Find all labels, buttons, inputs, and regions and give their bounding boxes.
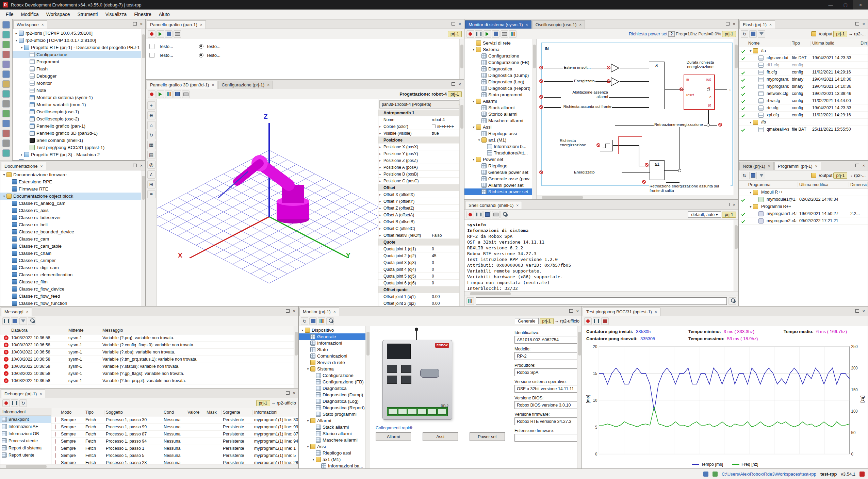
tree-item[interactable]: ▾Power set bbox=[464, 156, 532, 163]
tab-close-icon[interactable] bbox=[579, 22, 582, 27]
tree-item[interactable]: Configurazione (FB) bbox=[464, 59, 532, 66]
tab-close-icon[interactable] bbox=[815, 164, 818, 169]
radio-button[interactable] bbox=[199, 44, 203, 49]
table-header[interactable]: ModoTipoSoggettoCondValoreMaskSorgenteIn… bbox=[51, 408, 298, 416]
search-icon[interactable] bbox=[28, 317, 35, 325]
/fb[interactable]: ▾/fb bbox=[739, 119, 868, 126]
quick-link-button[interactable]: Allarmi bbox=[376, 432, 411, 441]
property-row[interactable]: ▸ Offset Z (offsetZ) bbox=[378, 205, 459, 212]
tree-item[interactable]: ▾Assi bbox=[299, 443, 365, 450]
panel-float-icon[interactable] bbox=[133, 22, 137, 26]
tree-item[interactable]: Diagnostica (Report) bbox=[299, 404, 365, 411]
tree-item[interactable]: Informazioni bbox=[299, 340, 365, 346]
dock-tool-icon[interactable] bbox=[2, 139, 10, 147]
save-icon[interactable] bbox=[11, 317, 18, 325]
scrollbar[interactable] bbox=[532, 39, 536, 199]
panel-close-icon[interactable] bbox=[140, 21, 143, 27]
3d-viewport[interactable]: X Y Z bbox=[157, 99, 378, 306]
properties-target-combo[interactable]: pan3d-1:robot-4 (Proprietà)▾ bbox=[379, 100, 463, 109]
tree-item[interactable]: Configurazione bbox=[13, 51, 141, 58]
shell-output[interactable]: sysinfoInformazioni di sistemaRP-2 da Ro… bbox=[464, 220, 734, 291]
dock-tool-icon[interactable] bbox=[2, 70, 10, 78]
filter-icon[interactable] bbox=[758, 172, 765, 179]
tree-item[interactable]: Diagnostica bbox=[464, 66, 532, 72]
refresh-icon[interactable]: ↻ bbox=[741, 172, 748, 179]
workspace-path[interactable]: C:\Users\Alex\Robox\Rde3\Workspaces\test… bbox=[722, 472, 816, 477]
tree-item[interactable]: Debugger bbox=[13, 72, 141, 80]
tree-item[interactable]: Pannello grafico (pan-1) bbox=[13, 122, 141, 130]
tree-item[interactable]: Generale bbox=[299, 333, 365, 340]
panel-close-icon[interactable] bbox=[862, 21, 865, 27]
tree-item[interactable]: Trasduttore/Att... bbox=[464, 150, 532, 156]
tree-item[interactable]: Programmi bbox=[13, 58, 141, 65]
panel-float-icon[interactable] bbox=[726, 203, 730, 206]
tab-close-icon[interactable] bbox=[200, 22, 202, 27]
print-icon[interactable] bbox=[501, 30, 508, 38]
cfgsave.dat[interactable]: cfgsave.dat file DAT19/04/2021 14:23:33 bbox=[739, 54, 868, 62]
tree-item[interactable]: Comunicazioni bbox=[299, 353, 365, 359]
tab-close-icon[interactable] bbox=[768, 164, 770, 169]
property-row[interactable]: Offset joint 1 (oj1) 0.00 bbox=[378, 293, 459, 300]
tree-item[interactable]: Classe rc_cam bbox=[0, 235, 141, 243]
tree-item[interactable]: Riepilogo bbox=[464, 163, 532, 169]
info-list-item[interactable]: Report utente bbox=[0, 451, 51, 459]
tab-close-icon[interactable] bbox=[769, 22, 772, 27]
property-row[interactable]: Quota joint 1 (qj1) 0 bbox=[378, 246, 459, 252]
panel-float-icon[interactable] bbox=[855, 164, 859, 167]
refresh-icon[interactable]: ↻ bbox=[301, 317, 308, 325]
tab[interactable]: Monitor (prj-1) bbox=[299, 308, 339, 316]
search-icon[interactable] bbox=[326, 317, 334, 325]
message-row[interactable]: 10/03/2022 10:36:58sysm-1Variabile (?.eb… bbox=[0, 349, 294, 356]
graphic-panel-item[interactable]: Testo... Testo... bbox=[146, 42, 464, 51]
message-row[interactable]: 10/03/2022 10:36:58sysm-1Variabile (?.gp… bbox=[0, 370, 294, 377]
tree-item[interactable]: Diagnostica (Log) bbox=[464, 79, 532, 85]
tree-item[interactable]: Richiesta power set bbox=[464, 188, 532, 195]
tree-item[interactable]: Stato bbox=[299, 346, 365, 353]
dock-tool-icon[interactable] bbox=[2, 130, 10, 137]
tab[interactable]: Note (prj-1) bbox=[739, 162, 774, 170]
tab[interactable]: Monitor di sistema (sysm-1) bbox=[465, 20, 531, 29]
panel-close-icon[interactable] bbox=[862, 308, 865, 314]
panel-close-icon[interactable] bbox=[293, 308, 295, 314]
minimize-button[interactable]: — bbox=[823, 0, 838, 10]
rhw.cfg[interactable]: rhw.cfg config11/02/2021 14:44:00 bbox=[739, 97, 868, 104]
pause-icon[interactable] bbox=[475, 211, 482, 218]
menu-item[interactable]: Aiuto bbox=[155, 11, 174, 18]
tree-item[interactable]: Storico allarmi bbox=[464, 111, 532, 117]
tree-item[interactable]: ▾Documentazione object block bbox=[0, 193, 141, 200]
tab-close-icon[interactable] bbox=[333, 309, 336, 314]
tree-item[interactable]: ▾Progetto RTE (prj-1) - Descrizione del … bbox=[13, 44, 141, 51]
panel-float-icon[interactable] bbox=[726, 22, 730, 26]
rte.cfg[interactable]: rte.cfg config19/04/2021 14:23:33 bbox=[739, 104, 868, 112]
Programmi R++[interactable]: ▾Programmi R++ bbox=[739, 203, 868, 210]
tree-item[interactable]: ▸Progetto RTE (prj-3) - Macchina 2 bbox=[13, 151, 141, 158]
window-icon[interactable]: ⊞ bbox=[147, 180, 155, 188]
tree-item[interactable]: Configurazione bbox=[299, 372, 365, 379]
tree-item[interactable]: Classe rc_bdeserver bbox=[0, 214, 141, 221]
tree-item[interactable]: Servizi di rete bbox=[299, 359, 365, 366]
tree-item[interactable]: Riepilogo assi bbox=[464, 130, 532, 137]
save-icon[interactable] bbox=[492, 30, 499, 38]
refresh-icon[interactable]: ↻ bbox=[19, 399, 27, 407]
tree-item[interactable]: Allarmi power set bbox=[464, 182, 532, 188]
dock-tool-icon[interactable] bbox=[2, 100, 10, 108]
breakpoint-row[interactable]: SempreFetchProcesso 1, passo 87NessunaPe… bbox=[51, 431, 298, 438]
tree-item[interactable]: Generale asse (pow... bbox=[464, 176, 532, 182]
tree-item[interactable]: Maschere allarmi bbox=[299, 437, 365, 443]
scrollbar[interactable] bbox=[0, 464, 298, 468]
tree-item[interactable]: Storico allarmi bbox=[299, 430, 365, 437]
tab-close-icon[interactable] bbox=[40, 164, 43, 169]
output-path[interactable]: /output bbox=[819, 31, 833, 36]
save-icon[interactable] bbox=[174, 90, 181, 98]
chart-icon[interactable] bbox=[318, 317, 325, 325]
status-icon[interactable] bbox=[859, 472, 865, 477]
property-row[interactable]: ▸ Posizione X (posX) bbox=[378, 144, 459, 150]
panel-float-icon[interactable] bbox=[569, 309, 573, 313]
info-list-item[interactable]: Informazioni AF bbox=[0, 423, 51, 430]
breakpoint-row[interactable]: SempreFetchProcesso 1, passo 1NessunaPer… bbox=[51, 445, 298, 452]
panel-float-icon[interactable] bbox=[452, 22, 455, 26]
property-row[interactable]: Antropomorfo 1 bbox=[378, 110, 459, 116]
tab-close-icon[interactable] bbox=[42, 22, 44, 27]
save-icon[interactable] bbox=[749, 172, 757, 179]
message-row[interactable]: 10/03/2022 10:36:58sysm-1Variabile (?.co… bbox=[0, 342, 294, 349]
